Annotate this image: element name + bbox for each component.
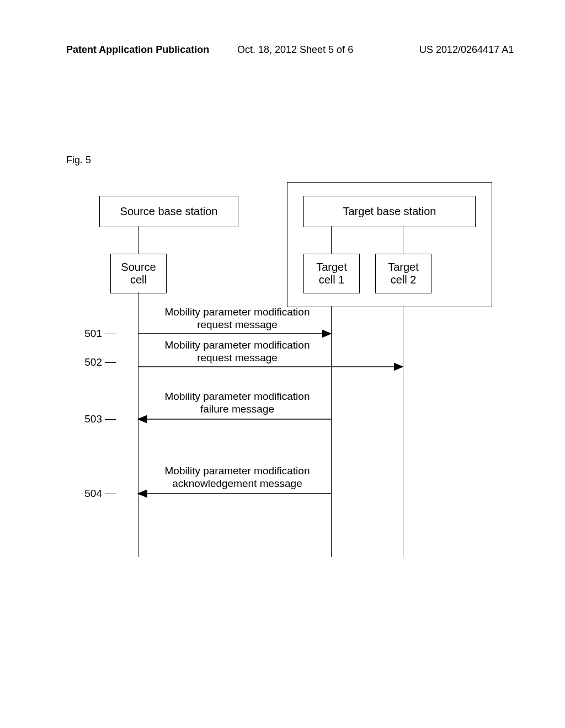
step-504-tick <box>105 494 116 494</box>
step-504-num: 504 <box>80 488 102 500</box>
header-right: US 2012/0264417 A1 <box>419 44 514 56</box>
msg-502-label: Mobility parameter modification request … <box>149 339 326 365</box>
figure-label: Fig. 5 <box>66 154 91 166</box>
msg-501-label: Mobility parameter modification request … <box>149 306 326 331</box>
arrows-layer <box>66 182 497 568</box>
step-502-tick <box>105 362 116 363</box>
step-501-num: 501 <box>80 328 102 340</box>
step-501-tick <box>105 334 116 334</box>
header-left: Patent Application Publication <box>66 44 209 56</box>
header-center: Oct. 18, 2012 Sheet 5 of 6 <box>237 44 353 56</box>
step-503-tick <box>105 419 116 420</box>
step-502-num: 502 <box>80 356 102 368</box>
page: Patent Application Publication Oct. 18, … <box>0 0 565 728</box>
msg-503-label: Mobility parameter modification failure … <box>149 390 326 416</box>
msg-504-label: Mobility parameter modification acknowle… <box>149 465 326 490</box>
sequence-diagram: Source base station Target base station … <box>66 182 497 568</box>
step-503-num: 503 <box>80 413 102 425</box>
page-header: Patent Application Publication Oct. 18, … <box>0 44 565 61</box>
